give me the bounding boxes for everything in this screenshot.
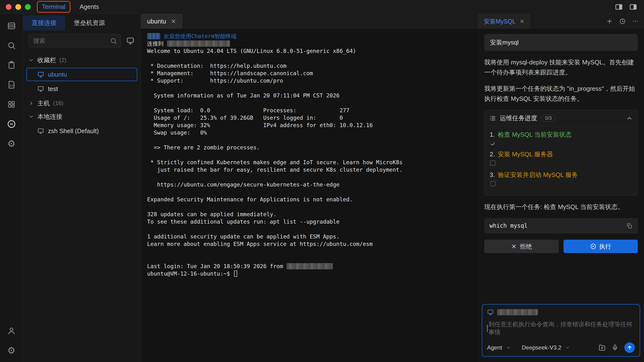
chat-input-placeholder: 到任意主机执行命令查询，排查错误和任务处理等任何事情 <box>488 320 635 336</box>
section-label: 本地连接 <box>38 112 62 121</box>
task-item: 2. 安装 MySQL 服务器 <box>490 149 632 168</box>
apps-icon[interactable] <box>6 99 17 110</box>
monitor-icon <box>487 309 494 316</box>
section-label: 收藏栏 <box>38 56 56 64</box>
settings-gear-icon[interactable]: ⚙ <box>6 345 17 356</box>
new-chat-icon[interactable] <box>606 18 613 25</box>
task-progress-badge: 0/3 <box>541 115 556 122</box>
clipboard-icon[interactable] <box>6 59 17 71</box>
task-item: 1. 检查 MySQL 当前安装状态 <box>490 130 632 147</box>
chat-input[interactable]: 到任意主机执行命令查询，排查错误和任务处理等任何事情 <box>487 320 635 336</box>
mic-icon[interactable] <box>612 344 618 351</box>
terminal-output[interactable]: 欢迎您使用Chaterm智能终端连接到 Welcome to Ubuntu 24… <box>141 29 478 362</box>
section-count: (2) <box>60 57 66 63</box>
checkbox[interactable] <box>490 160 496 166</box>
ai-icon[interactable] <box>6 118 17 130</box>
activity-rail: ⚙ ⚙ <box>0 14 23 362</box>
copy-icon[interactable] <box>626 223 632 229</box>
assistant-tabbar: 安装MySQL <box>478 14 644 29</box>
titlebar: Terminal Agents <box>0 0 644 14</box>
checkbox[interactable] <box>490 181 496 186</box>
minimize-window-button[interactable] <box>15 4 21 10</box>
skills-gear-icon[interactable]: ⚙ <box>6 138 17 149</box>
task-card-header[interactable]: 运维任务进度 0/3 <box>484 110 638 126</box>
model-select[interactable]: Deepseek-V3.2 <box>522 344 570 351</box>
close-tab-icon[interactable] <box>170 18 176 24</box>
search-icon <box>110 37 117 44</box>
execute-button[interactable]: 执行 <box>564 240 638 253</box>
host-label: zsh Shell (Default) <box>48 127 99 135</box>
section-hosts[interactable]: 主机 (16) <box>23 96 141 110</box>
window-controls <box>0 4 37 10</box>
host-label: ubuntu <box>48 71 67 78</box>
ai-assistant-panel: 安装MySQL 安装mysql 我将使用 mysql-deploy 技能来安装 … <box>478 14 644 362</box>
host-label: test <box>48 85 58 93</box>
monitor-icon <box>38 85 44 92</box>
loading-spinner-icon <box>490 140 495 146</box>
upload-file-icon[interactable] <box>598 344 606 351</box>
assistant-tab-label: 安装MySQL <box>484 17 516 25</box>
tab-agents[interactable]: Agents <box>75 2 103 12</box>
target-host-chip[interactable] <box>487 309 635 316</box>
chevron-right-icon <box>28 100 34 106</box>
task-card-title: 运维任务进度 <box>500 114 537 122</box>
terminal-tab-label: ubuntu <box>147 18 166 25</box>
account-icon[interactable] <box>6 325 17 337</box>
host-item-ubuntu[interactable]: ubuntu <box>26 68 137 81</box>
task-label[interactable]: 检查 MySQL 当前安装状态 <box>498 130 572 139</box>
task-list-icon <box>489 115 496 122</box>
more-options-icon[interactable] <box>632 18 639 25</box>
monitor-icon <box>38 71 44 78</box>
doc-icon[interactable] <box>6 79 17 90</box>
chat-composer: 到任意主机执行命令查询，排查错误和任务处理等任何事情 Agent Deepsee… <box>482 304 640 357</box>
chevron-down-icon <box>565 345 570 350</box>
user-message: 安装mysql <box>484 34 638 51</box>
section-local-connections[interactable]: 本地连接 <box>23 110 141 123</box>
hosts-icon[interactable] <box>6 20 17 31</box>
connections-sidebar: 直接连接 堡垒机资源 收藏栏 (2) ubuntu test <box>23 14 141 362</box>
assistant-message: 我将使用 mysql-deploy 技能来安装 MySQL。首先创建一个待办事项… <box>484 57 638 77</box>
send-button[interactable] <box>624 342 635 353</box>
close-tab-icon[interactable] <box>520 19 525 24</box>
terminal-tab-ubuntu[interactable]: ubuntu <box>141 14 182 29</box>
close-window-button[interactable] <box>6 4 12 10</box>
assistant-tab-install-mysql[interactable]: 安装MySQL <box>478 14 530 29</box>
assistant-message: 现在执行第一个任务: 检查 MySQL 当前安装状态。 <box>484 202 638 212</box>
task-label[interactable]: 安装 MySQL 服务器 <box>498 149 553 159</box>
text-cursor <box>487 325 488 332</box>
search-icon[interactable] <box>6 40 17 51</box>
terminal-tabbar: ubuntu <box>141 14 478 29</box>
new-connection-button[interactable] <box>125 36 135 46</box>
zoom-window-button[interactable] <box>25 4 31 10</box>
chat-history: 安装mysql 我将使用 mysql-deploy 技能来安装 MySQL。首先… <box>478 29 644 302</box>
history-icon[interactable] <box>619 18 626 25</box>
x-icon <box>511 243 517 250</box>
command-text: which mysql <box>490 222 528 229</box>
task-item: 3. 验证安装并启动 MySQL 服务 <box>490 170 632 188</box>
assistant-message: 我将更新第一个任务的状态为 "in_progress"，然后开始执行检查 MyS… <box>484 83 638 104</box>
tab-terminal[interactable]: Terminal <box>37 1 70 13</box>
local-item-zsh-shell[interactable]: zsh Shell (Default) <box>26 124 137 138</box>
play-circle-icon <box>590 243 596 250</box>
chevron-up-icon[interactable] <box>626 115 633 122</box>
redacted-host-name <box>497 309 538 315</box>
section-favorites[interactable]: 收藏栏 (2) <box>23 53 141 67</box>
chevron-down-icon <box>28 114 34 119</box>
toggle-panel-layout-icon[interactable] <box>629 3 637 11</box>
chevron-down-icon <box>28 57 34 63</box>
monitor-icon <box>126 37 134 45</box>
reject-button[interactable]: 拒绝 <box>484 240 559 253</box>
section-count: (16) <box>53 100 64 106</box>
command-block: which mysql <box>484 218 638 233</box>
mode-select[interactable]: Agent <box>487 344 511 351</box>
task-progress-card: 运维任务进度 0/3 1. 检查 MySQL 当前安装状态 <box>484 110 638 196</box>
tab-direct-connect[interactable]: 直接连接 <box>23 15 65 30</box>
host-tree: 收藏栏 (2) ubuntu test 主机 (16) 本地连接 <box>23 51 141 362</box>
chevron-down-icon <box>506 345 511 350</box>
task-label[interactable]: 验证安装并启动 MySQL 服务 <box>498 170 578 180</box>
terminal-pane: ubuntu 欢迎您使用Chaterm智能终端连接到 Welcome to Ub… <box>141 14 478 362</box>
toggle-secondary-sidebar-icon[interactable] <box>615 3 623 11</box>
host-item-test[interactable]: test <box>26 82 137 95</box>
tab-bastion-resources[interactable]: 堡垒机资源 <box>65 15 114 30</box>
search-input[interactable] <box>28 34 121 47</box>
